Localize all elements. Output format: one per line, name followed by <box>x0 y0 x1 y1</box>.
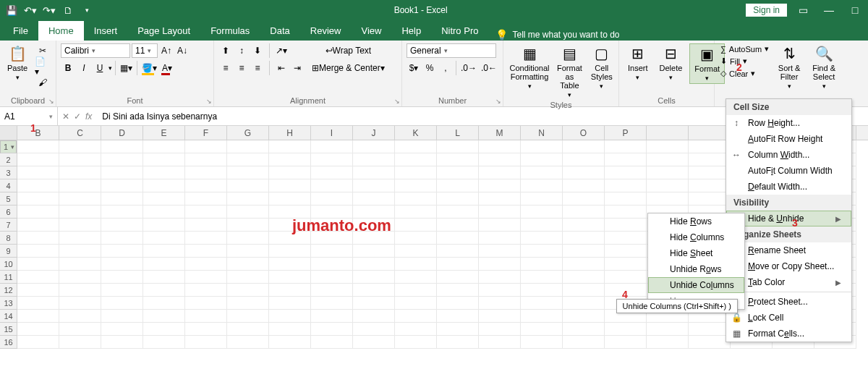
cell[interactable] <box>311 336 353 349</box>
cell[interactable] <box>521 336 563 349</box>
cell[interactable] <box>437 245 479 258</box>
cell[interactable] <box>563 271 605 284</box>
cell[interactable] <box>521 271 563 284</box>
cell[interactable] <box>269 179 311 192</box>
col-header[interactable]: G <box>227 126 269 140</box>
cell[interactable] <box>185 192 227 206</box>
signin-button[interactable]: Sign in <box>746 4 787 17</box>
cell[interactable] <box>311 192 353 206</box>
cell[interactable] <box>605 336 647 349</box>
col-header[interactable] <box>647 126 689 140</box>
cell[interactable] <box>59 271 101 284</box>
cell[interactable] <box>59 206 101 219</box>
cell[interactable] <box>689 323 731 336</box>
cell[interactable] <box>17 232 59 245</box>
row-header[interactable]: 16 <box>0 336 17 349</box>
cell[interactable] <box>437 310 479 323</box>
cell[interactable] <box>605 232 647 245</box>
col-header[interactable]: M <box>479 126 521 140</box>
row-header[interactable]: 9 <box>0 245 17 258</box>
cell[interactable] <box>269 336 311 349</box>
cell[interactable] <box>689 140 731 153</box>
cell[interactable] <box>479 232 521 245</box>
cell[interactable] <box>521 323 563 336</box>
cell[interactable] <box>185 232 227 245</box>
cell[interactable] <box>101 192 143 206</box>
cell-styles-button[interactable]: ▢ Cell Styles▾ <box>588 43 616 91</box>
row-header[interactable]: 14 <box>0 310 17 323</box>
cell[interactable] <box>647 179 689 192</box>
cell[interactable] <box>269 297 311 310</box>
bold-button[interactable]: B <box>61 61 75 75</box>
ribbon-options-icon[interactable]: ▭ <box>793 1 813 19</box>
cell[interactable] <box>479 179 521 192</box>
menu-format-cells-dialog[interactable]: ▦Format Cells... <box>726 326 851 342</box>
cell[interactable] <box>689 336 731 349</box>
cell[interactable] <box>437 336 479 349</box>
cell[interactable] <box>185 153 227 166</box>
cell[interactable] <box>143 206 185 219</box>
currency-icon[interactable]: $▾ <box>407 61 421 75</box>
cell[interactable] <box>17 245 59 258</box>
cell[interactable] <box>17 310 59 323</box>
cell[interactable] <box>59 153 101 166</box>
cell[interactable] <box>395 166 437 179</box>
cell[interactable] <box>647 323 689 336</box>
cell[interactable] <box>269 323 311 336</box>
cell[interactable] <box>353 166 395 179</box>
number-format-select[interactable]: General <box>407 43 496 58</box>
row-header[interactable]: 5 <box>0 192 17 206</box>
cell[interactable] <box>143 310 185 323</box>
comma-icon[interactable]: , <box>438 61 453 75</box>
cell[interactable] <box>17 166 59 179</box>
cell[interactable] <box>311 297 353 310</box>
cell[interactable] <box>395 284 437 297</box>
col-header[interactable]: B <box>17 126 59 140</box>
cell[interactable] <box>437 192 479 206</box>
cell[interactable] <box>437 166 479 179</box>
cell[interactable] <box>185 297 227 310</box>
cancel-formula-icon[interactable]: ✕ <box>62 111 69 122</box>
col-header[interactable]: H <box>269 126 311 140</box>
cell[interactable] <box>563 166 605 179</box>
cut-icon[interactable]: ✂ <box>33 43 51 58</box>
font-color-icon[interactable]: A▾ <box>160 61 174 75</box>
row-header[interactable]: 12 <box>0 284 17 297</box>
cell[interactable] <box>395 310 437 323</box>
cell[interactable] <box>311 310 353 323</box>
col-header[interactable]: C <box>59 126 101 140</box>
cell[interactable] <box>101 258 143 271</box>
cell[interactable] <box>353 310 395 323</box>
tab-page-layout[interactable]: Page Layout <box>127 21 200 41</box>
cell[interactable] <box>605 219 647 232</box>
cell[interactable] <box>17 206 59 219</box>
cell[interactable] <box>521 153 563 166</box>
cell[interactable] <box>395 336 437 349</box>
cell[interactable] <box>269 258 311 271</box>
cell[interactable] <box>143 271 185 284</box>
italic-button[interactable]: I <box>77 61 91 75</box>
cell[interactable] <box>563 219 605 232</box>
font-name-select[interactable]: Calibri <box>61 43 130 58</box>
cell[interactable] <box>143 232 185 245</box>
tab-insert[interactable]: Insert <box>84 21 128 41</box>
cell[interactable] <box>395 323 437 336</box>
cell[interactable] <box>17 153 59 166</box>
cell[interactable] <box>395 258 437 271</box>
cell[interactable] <box>143 245 185 258</box>
cell[interactable] <box>437 232 479 245</box>
cell[interactable] <box>605 271 647 284</box>
cell[interactable] <box>227 192 269 206</box>
cell[interactable] <box>143 153 185 166</box>
alignment-launcher-icon[interactable]: ↘ <box>394 98 400 105</box>
cell[interactable] <box>17 297 59 310</box>
col-header[interactable]: J <box>353 126 395 140</box>
cell[interactable] <box>101 153 143 166</box>
cell[interactable] <box>563 192 605 206</box>
format-painter-icon[interactable]: 🖌 <box>33 75 51 90</box>
insert-cells-button[interactable]: ⊞ Insert▾ <box>624 43 652 82</box>
row-header[interactable]: 7 <box>0 219 17 232</box>
cell[interactable] <box>17 219 59 232</box>
menu-unhide-columns[interactable]: Unhide Columns <box>648 277 744 293</box>
cell[interactable] <box>437 297 479 310</box>
